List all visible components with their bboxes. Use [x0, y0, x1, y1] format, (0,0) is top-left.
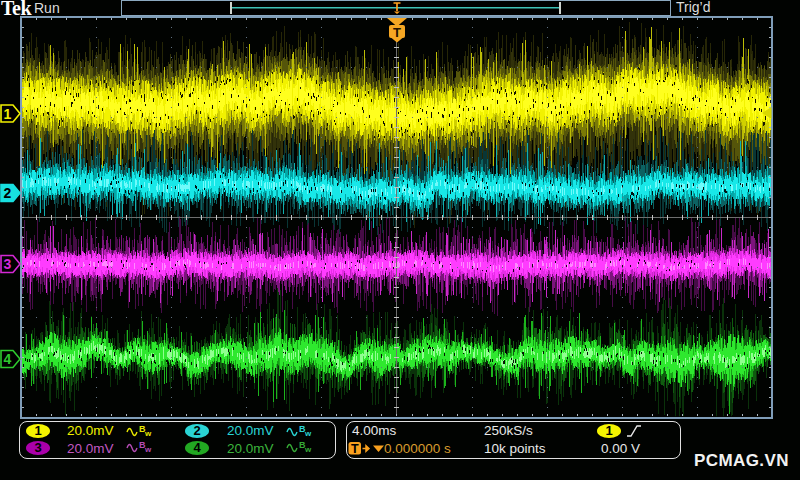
svg-text:T: T: [351, 442, 359, 456]
svg-text:w: w: [144, 445, 152, 454]
svg-text:w: w: [304, 445, 312, 454]
svg-text:w: w: [304, 429, 312, 438]
svg-text:w: w: [144, 429, 152, 438]
